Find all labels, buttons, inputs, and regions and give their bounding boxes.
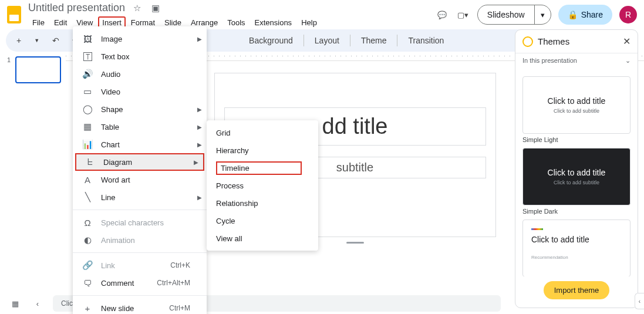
wordart-icon: A bbox=[82, 175, 93, 185]
palette-icon bbox=[522, 36, 533, 47]
menu-file[interactable]: File bbox=[28, 16, 49, 29]
link-icon: 🔗 bbox=[82, 260, 93, 271]
slideshow-label[interactable]: Slideshow bbox=[478, 5, 534, 24]
insert-menu: 🖼Image▶ 🅃Text box 🔊Audio ▭Video ◯Shape▶ … bbox=[73, 26, 207, 314]
chevron-right-icon: ▶ bbox=[197, 106, 202, 113]
slides-logo bbox=[7, 6, 21, 23]
chevron-right-icon: ▶ bbox=[194, 159, 198, 166]
toolbar-layout[interactable]: Layout bbox=[310, 33, 344, 48]
insert-diagram[interactable]: ᖶDiagram▶ bbox=[75, 153, 204, 171]
undo-button[interactable]: ↶ bbox=[48, 33, 64, 48]
insert-comment[interactable]: 🗨CommentCtrl+Alt+M bbox=[73, 274, 207, 292]
chevron-right-icon: ▶ bbox=[197, 194, 202, 201]
diagram-process[interactable]: Process bbox=[207, 177, 318, 194]
slideshow-dropdown[interactable]: ▾ bbox=[534, 5, 551, 24]
insert-animation: ◐Animation bbox=[73, 231, 207, 249]
insert-link: 🔗LinkCtrl+K bbox=[73, 256, 207, 274]
slide-thumbnail[interactable] bbox=[15, 56, 61, 83]
themes-title: Themes bbox=[538, 36, 618, 46]
collapse-filmstrip-icon[interactable]: ‹ bbox=[31, 296, 45, 310]
diagram-icon: ᖶ bbox=[85, 157, 95, 167]
move-icon[interactable]: ▣ bbox=[149, 1, 163, 15]
theme-streamline[interactable]: Click to add title Recommendation bbox=[522, 220, 630, 276]
new-slide-button[interactable]: + bbox=[12, 33, 26, 48]
chevron-right-icon: ▶ bbox=[197, 36, 202, 42]
menu-tools[interactable]: Tools bbox=[223, 16, 249, 29]
theme-name: Simple Dark bbox=[522, 208, 630, 215]
insert-audio[interactable]: 🔊Audio bbox=[73, 65, 207, 83]
comments-icon[interactable]: 💬 bbox=[435, 8, 449, 22]
line-icon: ╲ bbox=[82, 192, 93, 202]
menu-extensions[interactable]: Extensions bbox=[251, 16, 296, 29]
themes-section-toggle[interactable]: In this presentation ⌄ bbox=[515, 53, 638, 68]
grid-view-icon[interactable]: ▦ bbox=[8, 296, 22, 310]
insert-image[interactable]: 🖼Image▶ bbox=[73, 30, 207, 48]
avatar[interactable]: R bbox=[619, 6, 637, 23]
theme-simple-dark[interactable]: Click to add title Click to add subtitle bbox=[522, 148, 630, 205]
insert-special: ΩSpecial characters bbox=[73, 214, 207, 231]
chevron-right-icon: ▶ bbox=[197, 124, 202, 130]
doc-title[interactable]: Untitled presentation bbox=[28, 2, 125, 14]
insert-table[interactable]: ▦Table▶ bbox=[73, 118, 207, 136]
lock-icon: 🔒 bbox=[568, 10, 578, 19]
diagram-relationship[interactable]: Relationship bbox=[207, 194, 318, 212]
diagram-cycle[interactable]: Cycle bbox=[207, 212, 318, 229]
new-slide-dropdown[interactable]: ▼ bbox=[29, 35, 44, 46]
special-icon: Ω bbox=[82, 218, 93, 228]
menu-edit[interactable]: Edit bbox=[50, 16, 71, 29]
close-icon[interactable]: ✕ bbox=[623, 36, 630, 47]
audio-icon: 🔊 bbox=[82, 69, 93, 79]
side-panel-toggle[interactable]: ‹ bbox=[635, 293, 644, 309]
diagram-viewall[interactable]: View all bbox=[207, 229, 318, 247]
comment-icon: 🗨 bbox=[82, 278, 93, 288]
plus-icon: + bbox=[82, 303, 93, 313]
diagram-submenu: Grid Hierarchy Timeline Process Relation… bbox=[207, 120, 318, 251]
chart-icon: 📊 bbox=[82, 139, 93, 150]
theme-name: Simple Light bbox=[522, 136, 630, 143]
insert-textbox[interactable]: 🅃Text box bbox=[73, 48, 207, 65]
app-header: Untitled presentation ☆ ▣ File Edit View… bbox=[0, 0, 644, 26]
toolbar-transition[interactable]: Transition bbox=[403, 33, 449, 48]
insert-wordart[interactable]: AWord art bbox=[73, 171, 207, 188]
insert-video[interactable]: ▭Video bbox=[73, 83, 207, 100]
star-icon[interactable]: ☆ bbox=[130, 1, 144, 15]
toolbar-theme[interactable]: Theme bbox=[356, 33, 392, 48]
table-icon: ▦ bbox=[82, 121, 93, 132]
shape-icon: ◯ bbox=[82, 104, 93, 114]
theme-simple-light[interactable]: Click to add title Click to add subtitle bbox=[522, 76, 630, 134]
slide-number: 1 bbox=[7, 56, 11, 63]
insert-shape[interactable]: ◯Shape▶ bbox=[73, 100, 207, 118]
notes-resize-handle[interactable] bbox=[346, 242, 364, 244]
diagram-grid[interactable]: Grid bbox=[207, 124, 318, 141]
insert-new-slide[interactable]: +New slideCtrl+M bbox=[73, 299, 207, 314]
chevron-right-icon: ▶ bbox=[197, 141, 202, 148]
menu-help[interactable]: Help bbox=[297, 16, 321, 29]
animation-icon: ◐ bbox=[82, 235, 93, 245]
filmstrip[interactable]: 1 bbox=[0, 52, 66, 293]
accent-bar bbox=[531, 228, 543, 230]
video-icon: ▭ bbox=[82, 86, 93, 97]
share-button[interactable]: 🔒 Share bbox=[558, 5, 612, 25]
themes-list[interactable]: Click to add title Click to add subtitle… bbox=[515, 68, 638, 276]
toolbar-background[interactable]: Background bbox=[244, 33, 298, 48]
insert-line[interactable]: ╲Line▶ bbox=[73, 188, 207, 206]
slideshow-button[interactable]: Slideshow ▾ bbox=[477, 5, 551, 25]
diagram-timeline[interactable]: Timeline bbox=[207, 159, 318, 177]
insert-chart[interactable]: 📊Chart▶ bbox=[73, 136, 207, 153]
chevron-down-icon: ⌄ bbox=[625, 57, 630, 65]
import-theme-button[interactable]: Import theme bbox=[544, 281, 610, 299]
title-area: Untitled presentation ☆ ▣ File Edit View… bbox=[28, 1, 435, 29]
header-right: 💬 ▢▾ Slideshow ▾ 🔒 Share R bbox=[435, 5, 637, 25]
textbox-icon: 🅃 bbox=[82, 52, 93, 62]
meet-icon[interactable]: ▢▾ bbox=[456, 8, 470, 22]
share-label: Share bbox=[581, 10, 603, 19]
themes-panel: Themes ✕ In this presentation ⌄ Click to… bbox=[515, 29, 638, 308]
diagram-hierarchy[interactable]: Hierarchy bbox=[207, 141, 318, 159]
image-icon: 🖼 bbox=[82, 34, 93, 44]
